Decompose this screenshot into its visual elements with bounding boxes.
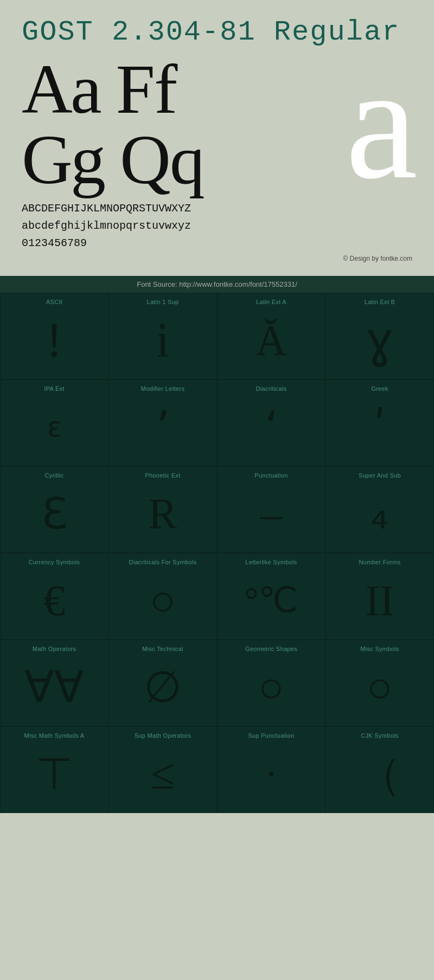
- char-symbol-14: °℃: [245, 570, 298, 631]
- char-label-5: Modifier Letters: [141, 385, 185, 392]
- char-cell-4: IPA Extɛ: [0, 379, 108, 466]
- char-label-18: Geometric Shapes: [245, 646, 297, 652]
- char-label-2: Latin Ext A: [256, 299, 286, 305]
- char-symbol-9: R: [148, 483, 177, 544]
- alphabet-lines: ABCDEFGHIJKLMNOPQRSTUVWXYZ abcdefghijklm…: [22, 200, 412, 252]
- char-label-17: Misc Technical: [142, 646, 183, 652]
- char-label-14: Letterlike Symbols: [245, 559, 297, 565]
- char-symbol-6: ʻ: [265, 396, 278, 457]
- char-label-8: Cyrillic: [45, 472, 64, 479]
- char-label-4: IPA Ext: [44, 385, 64, 392]
- char-cell-3: Latin Ext Bɣ: [326, 293, 434, 379]
- char-cell-16: Math Operators∀∀: [0, 640, 108, 726]
- specimen-large-a: a: [346, 54, 418, 192]
- char-cell-17: Misc Technical∅: [108, 640, 217, 726]
- char-symbol-5: ʼ: [156, 396, 170, 457]
- char-symbol-12: €: [43, 570, 65, 631]
- digits: 0123456789: [22, 235, 412, 252]
- char-label-11: Super And Sub: [359, 472, 401, 479]
- char-symbol-10: –: [260, 483, 282, 544]
- alphabet-upper: ABCDEFGHIJKLMNOPQRSTUVWXYZ: [22, 200, 412, 217]
- char-cell-20: Misc Math Symbols A⊤: [0, 726, 108, 813]
- char-cell-8: CyrillicƐ: [0, 466, 108, 553]
- char-cell-0: ASCII!: [0, 293, 108, 379]
- char-cell-14: Letterlike Symbols°℃: [217, 553, 326, 640]
- char-cell-13: Diacriticals For Symbols○: [108, 553, 217, 640]
- specimen-row1: Aa Ff: [22, 54, 346, 124]
- char-label-9: Phonetic Ext: [145, 472, 180, 479]
- source-bar: Font Source: http://www.fontke.com/font/…: [0, 276, 434, 293]
- char-cell-12: Currency Symbols€: [0, 553, 108, 640]
- char-symbol-21: ≤: [151, 743, 175, 804]
- char-cell-18: Geometric Shapes○: [217, 640, 326, 726]
- char-symbol-23: （: [358, 743, 401, 804]
- character-grid: ASCII!Latin 1 SupiLatin Ext AĂLatin Ext …: [0, 293, 434, 813]
- char-symbol-19: ○: [367, 656, 393, 718]
- char-label-23: CJK Symbols: [361, 732, 398, 739]
- char-cell-6: Diacriticalsʻ: [217, 379, 326, 466]
- char-label-20: Misc Math Symbols A: [24, 732, 85, 739]
- char-symbol-2: Ă: [256, 310, 287, 371]
- alphabet-lower: abcdefghijklmnopqrstuvwxyz: [22, 217, 412, 235]
- header-section: GOST 2.304-81 Regular Aa Ff Gg Qq a ABCD…: [0, 0, 434, 276]
- char-cell-21: Sup Math Operators≤: [108, 726, 217, 813]
- specimen-row2: Gg Qq: [22, 124, 346, 195]
- specimen-char-G: Gg: [22, 124, 104, 195]
- char-symbol-18: ○: [258, 656, 284, 718]
- char-symbol-20: ⊤: [35, 743, 73, 804]
- char-cell-9: Phonetic ExtR: [108, 466, 217, 553]
- char-symbol-13: ○: [150, 570, 176, 631]
- char-label-12: Currency Symbols: [29, 559, 80, 565]
- char-label-16: Math Operators: [33, 646, 76, 652]
- specimen-char-Q: Qq: [120, 124, 204, 195]
- char-cell-1: Latin 1 Supi: [108, 293, 217, 379]
- char-cell-10: Punctuation–: [217, 466, 326, 553]
- char-symbol-3: ɣ: [365, 310, 394, 371]
- char-symbol-15: II: [365, 570, 394, 631]
- specimen-display: Aa Ff Gg Qq a: [22, 54, 412, 195]
- char-cell-22: Sup Punctuation·: [217, 726, 326, 813]
- char-label-22: Sup Punctuation: [248, 732, 294, 739]
- char-cell-2: Latin Ext AĂ: [217, 293, 326, 379]
- char-cell-19: Misc Symbols○: [326, 640, 434, 726]
- char-label-13: Diacriticals For Symbols: [129, 559, 196, 565]
- char-cell-15: Number FormsII: [326, 553, 434, 640]
- char-cell-23: CJK Symbols（: [326, 726, 434, 813]
- char-label-7: Greek: [371, 385, 388, 392]
- char-cell-5: Modifier Lettersʼ: [108, 379, 217, 466]
- specimen-char-A: Aa: [22, 54, 100, 124]
- char-cell-11: Super And Sub₄: [326, 466, 434, 553]
- char-cell-7: Greekʹ: [326, 379, 434, 466]
- specimen-char-F: Ff: [116, 54, 177, 124]
- char-symbol-17: ∅: [144, 656, 182, 718]
- char-label-0: ASCII: [46, 299, 62, 305]
- credit-text: © Design by fontke.com: [22, 252, 412, 265]
- char-label-15: Number Forms: [359, 559, 401, 565]
- char-symbol-1: i: [156, 310, 169, 371]
- char-symbol-8: Ɛ: [41, 483, 68, 544]
- char-label-6: Diacriticals: [256, 385, 287, 392]
- char-symbol-16: ∀∀: [24, 656, 84, 718]
- char-symbol-0: !: [46, 310, 62, 371]
- char-label-1: Latin 1 Sup: [147, 299, 179, 305]
- char-symbol-22: ·: [266, 743, 276, 804]
- char-label-19: Misc Symbols: [360, 646, 399, 652]
- char-symbol-11: ₄: [371, 483, 388, 544]
- char-label-21: Sup Math Operators: [135, 732, 191, 739]
- char-symbol-4: ɛ: [47, 396, 62, 457]
- char-symbol-7: ʹ: [374, 396, 386, 457]
- char-label-10: Punctuation: [254, 472, 288, 479]
- char-label-3: Latin Ext B: [365, 299, 395, 305]
- font-title: GOST 2.304-81 Regular: [22, 16, 412, 48]
